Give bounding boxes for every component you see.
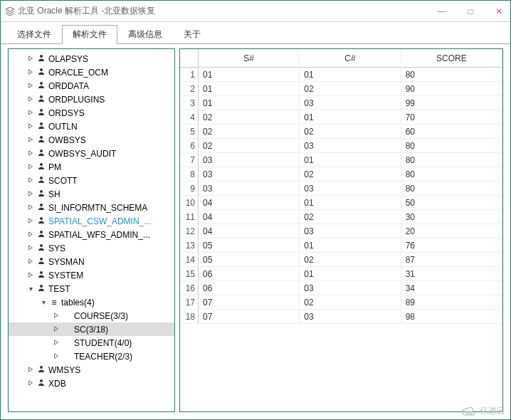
table-row[interactable]: 9030380 bbox=[180, 182, 502, 196]
tree-item[interactable]: SYSMAN bbox=[9, 255, 174, 268]
expand-icon[interactable] bbox=[26, 244, 36, 252]
grid-cell[interactable]: 02 bbox=[300, 295, 401, 310]
tab-0[interactable]: 选择文件 bbox=[6, 25, 62, 43]
table-row[interactable]: 4020170 bbox=[180, 110, 502, 125]
grid-cell[interactable]: 60 bbox=[401, 125, 502, 139]
grid-cell[interactable]: 30 bbox=[401, 210, 502, 224]
tree-item[interactable]: SPATIAL_WFS_ADMIN_... bbox=[9, 228, 174, 241]
grid-cell[interactable]: 06 bbox=[199, 267, 300, 281]
grid-cell[interactable]: 04 bbox=[199, 224, 300, 238]
table-row[interactable]: 8030280 bbox=[180, 167, 502, 182]
grid-cell[interactable]: 01 bbox=[199, 68, 300, 82]
table-row[interactable]: 7030180 bbox=[180, 153, 502, 167]
grid-cell[interactable]: 03 bbox=[300, 281, 401, 295]
grid-cell[interactable]: 01 bbox=[199, 82, 300, 96]
tree-item[interactable]: SYSTEM bbox=[9, 268, 174, 282]
close-button[interactable]: ✕ bbox=[492, 6, 506, 16]
minimize-button[interactable]: — bbox=[435, 6, 449, 16]
tree-item[interactable]: PM bbox=[9, 160, 174, 174]
table-row[interactable]: 16060334 bbox=[180, 281, 502, 295]
tree-item[interactable]: ORACLE_OCM bbox=[9, 65, 174, 79]
grid-cell[interactable]: 99 bbox=[401, 96, 502, 110]
grid-cell[interactable]: 02 bbox=[199, 125, 300, 139]
grid-cell[interactable]: 06 bbox=[199, 281, 300, 295]
tree-item[interactable]: ORDPLUGINS bbox=[9, 93, 174, 106]
grid-cell[interactable]: 03 bbox=[300, 310, 401, 324]
tree-item[interactable]: XDB bbox=[9, 377, 174, 390]
expand-icon[interactable] bbox=[26, 149, 36, 157]
grid-cell[interactable]: 87 bbox=[401, 253, 502, 267]
tree-item[interactable]: OUTLN bbox=[9, 120, 174, 133]
grid-cell[interactable]: 03 bbox=[300, 224, 401, 238]
expand-icon[interactable] bbox=[51, 312, 61, 320]
expand-icon[interactable] bbox=[26, 82, 36, 90]
grid-cell[interactable]: 05 bbox=[199, 238, 300, 253]
expand-icon[interactable] bbox=[26, 177, 36, 184]
expand-icon[interactable] bbox=[26, 204, 36, 211]
tab-3[interactable]: 关于 bbox=[173, 25, 211, 43]
tree-item[interactable]: COURSE(3/3) bbox=[9, 309, 174, 322]
tree-item[interactable]: SH bbox=[9, 187, 174, 201]
expand-icon[interactable] bbox=[26, 109, 36, 117]
table-row[interactable]: 1010180 bbox=[180, 68, 502, 82]
expand-icon[interactable]: ▾ bbox=[38, 298, 48, 306]
expand-icon[interactable] bbox=[26, 95, 36, 103]
expand-icon[interactable] bbox=[51, 325, 61, 333]
tree-item[interactable]: WMSYS bbox=[9, 363, 174, 377]
grid-cell[interactable]: 50 bbox=[401, 196, 502, 210]
grid-cell[interactable]: 76 bbox=[401, 238, 502, 253]
table-row[interactable]: 6020380 bbox=[180, 139, 502, 153]
grid-cell[interactable]: 01 bbox=[199, 96, 300, 110]
grid-cell[interactable]: 80 bbox=[401, 167, 502, 182]
grid-cell[interactable]: 20 bbox=[401, 224, 502, 238]
table-row[interactable]: 10040150 bbox=[180, 196, 502, 210]
grid-cell[interactable]: 03 bbox=[199, 153, 300, 167]
expand-icon[interactable]: ▾ bbox=[26, 285, 36, 293]
table-row[interactable]: 13050176 bbox=[180, 238, 502, 253]
grid-cell[interactable]: 03 bbox=[300, 96, 401, 110]
table-row[interactable]: 12040320 bbox=[180, 224, 502, 238]
grid-cell[interactable]: 03 bbox=[199, 182, 300, 196]
grid-cell[interactable]: 03 bbox=[300, 182, 401, 196]
expand-icon[interactable] bbox=[26, 136, 36, 144]
expand-icon[interactable] bbox=[26, 366, 36, 374]
grid-cell[interactable]: 90 bbox=[401, 82, 502, 96]
grid-col-header[interactable]: SCORE bbox=[401, 49, 502, 67]
grid-cell[interactable]: 80 bbox=[401, 182, 502, 196]
tree-item[interactable]: OWBSYS_AUDIT bbox=[9, 147, 174, 160]
grid-cell[interactable]: 70 bbox=[401, 110, 502, 125]
grid-cell[interactable]: 80 bbox=[401, 139, 502, 153]
grid-cell[interactable]: 02 bbox=[300, 167, 401, 182]
tree-item[interactable]: SCOTT bbox=[9, 174, 174, 187]
grid-cell[interactable]: 02 bbox=[199, 139, 300, 153]
grid-cell[interactable]: 07 bbox=[199, 295, 300, 310]
grid-cell[interactable]: 89 bbox=[401, 295, 502, 310]
expand-icon[interactable] bbox=[26, 55, 36, 63]
tree-item[interactable]: ORDSYS bbox=[9, 106, 174, 120]
grid-cell[interactable]: 01 bbox=[300, 68, 401, 82]
grid-cell[interactable]: 01 bbox=[300, 196, 401, 210]
grid-cell[interactable]: 31 bbox=[401, 267, 502, 281]
tree-item[interactable]: OLAPSYS bbox=[9, 52, 174, 65]
grid-cell[interactable]: 05 bbox=[199, 253, 300, 267]
expand-icon[interactable] bbox=[51, 339, 61, 347]
grid-cell[interactable]: 80 bbox=[401, 68, 502, 82]
grid-col-header[interactable]: C# bbox=[300, 49, 401, 67]
tree-item[interactable]: SI_INFORMTN_SCHEMA bbox=[9, 201, 174, 214]
expand-icon[interactable] bbox=[26, 217, 36, 225]
expand-icon[interactable] bbox=[51, 352, 61, 360]
grid-cell[interactable]: 02 bbox=[300, 210, 401, 224]
tree-item[interactable]: ORDDATA bbox=[9, 79, 174, 93]
tab-1[interactable]: 解析文件 bbox=[62, 25, 117, 44]
table-row[interactable]: 14050287 bbox=[180, 253, 502, 267]
tree-panel[interactable]: OLAPSYSORACLE_OCMORDDATAORDPLUGINSORDSYS… bbox=[8, 48, 175, 412]
grid-cell[interactable]: 02 bbox=[300, 125, 401, 139]
grid-cell[interactable]: 01 bbox=[300, 110, 401, 125]
grid-cell[interactable]: 02 bbox=[300, 253, 401, 267]
table-row[interactable]: 18070398 bbox=[180, 310, 502, 324]
grid-col-header[interactable]: S# bbox=[199, 49, 300, 67]
table-row[interactable]: 17070289 bbox=[180, 295, 502, 310]
table-row[interactable]: 15060131 bbox=[180, 267, 502, 281]
grid-cell[interactable]: 03 bbox=[199, 167, 300, 182]
grid-cell[interactable]: 07 bbox=[199, 310, 300, 324]
